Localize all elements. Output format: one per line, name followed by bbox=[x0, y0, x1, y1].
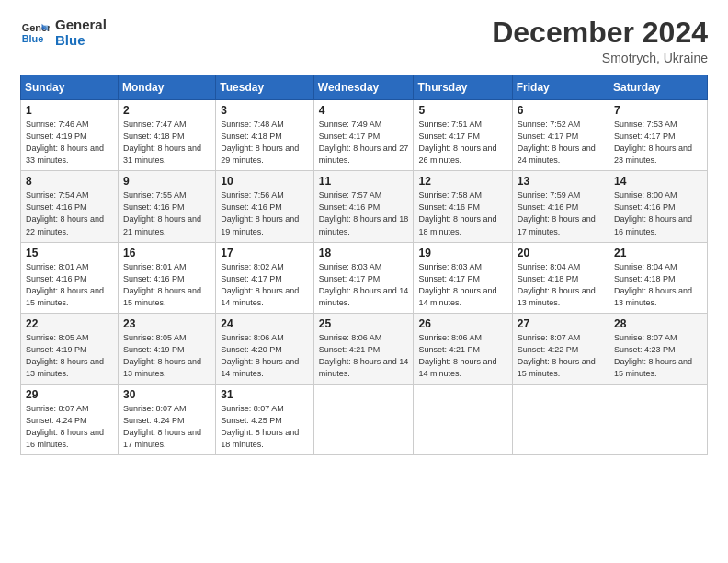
day-cell: 24Sunrise: 8:06 AMSunset: 4:20 PMDayligh… bbox=[216, 313, 314, 384]
day-cell: 4Sunrise: 7:49 AMSunset: 4:17 PMDaylight… bbox=[313, 100, 414, 171]
day-cell: 27Sunrise: 8:07 AMSunset: 4:22 PMDayligh… bbox=[512, 313, 609, 384]
week-row-5: 29Sunrise: 8:07 AMSunset: 4:24 PMDayligh… bbox=[21, 384, 708, 454]
day-cell: 16Sunrise: 8:01 AMSunset: 4:16 PMDayligh… bbox=[119, 242, 216, 313]
day-cell: 20Sunrise: 8:04 AMSunset: 4:18 PMDayligh… bbox=[512, 242, 609, 313]
col-header-sunday: Sunday bbox=[21, 75, 119, 100]
day-cell: 5Sunrise: 7:51 AMSunset: 4:17 PMDaylight… bbox=[414, 100, 512, 171]
week-row-1: 1Sunrise: 7:46 AMSunset: 4:19 PMDaylight… bbox=[21, 100, 708, 171]
day-number: 28 bbox=[614, 317, 702, 330]
day-cell: 19Sunrise: 8:03 AMSunset: 4:17 PMDayligh… bbox=[414, 242, 512, 313]
day-cell bbox=[313, 384, 414, 454]
day-info: Sunrise: 8:04 AMSunset: 4:18 PMDaylight:… bbox=[518, 261, 604, 309]
day-number: 29 bbox=[26, 388, 113, 401]
day-cell bbox=[414, 384, 512, 454]
week-row-2: 8Sunrise: 7:54 AMSunset: 4:16 PMDaylight… bbox=[21, 171, 708, 242]
day-number: 19 bbox=[418, 247, 506, 259]
day-info: Sunrise: 8:06 AMSunset: 4:20 PMDaylight:… bbox=[221, 332, 309, 380]
day-number: 27 bbox=[518, 317, 604, 330]
day-info: Sunrise: 7:51 AMSunset: 4:17 PMDaylight:… bbox=[418, 119, 506, 167]
logo-blue: Blue bbox=[55, 32, 107, 48]
calendar-table: SundayMondayTuesdayWednesdayThursdayFrid… bbox=[20, 75, 708, 455]
day-info: Sunrise: 8:07 AMSunset: 4:22 PMDaylight:… bbox=[518, 332, 604, 380]
header: General Blue General Blue December 2024 … bbox=[20, 17, 708, 65]
day-cell: 2Sunrise: 7:47 AMSunset: 4:18 PMDaylight… bbox=[119, 100, 216, 171]
day-info: Sunrise: 7:56 AMSunset: 4:16 PMDaylight:… bbox=[221, 190, 309, 237]
day-info: Sunrise: 8:07 AMSunset: 4:24 PMDaylight:… bbox=[123, 403, 210, 451]
day-info: Sunrise: 7:54 AMSunset: 4:16 PMDaylight:… bbox=[26, 190, 113, 237]
day-info: Sunrise: 7:55 AMSunset: 4:16 PMDaylight:… bbox=[123, 190, 210, 237]
day-number: 25 bbox=[319, 317, 409, 330]
col-header-wednesday: Wednesday bbox=[313, 75, 414, 100]
day-info: Sunrise: 8:04 AMSunset: 4:18 PMDaylight:… bbox=[614, 261, 702, 309]
day-number: 18 bbox=[319, 247, 409, 259]
day-info: Sunrise: 7:59 AMSunset: 4:16 PMDaylight:… bbox=[518, 190, 604, 237]
day-info: Sunrise: 8:07 AMSunset: 4:24 PMDaylight:… bbox=[26, 403, 113, 451]
day-number: 4 bbox=[319, 104, 409, 117]
day-cell: 8Sunrise: 7:54 AMSunset: 4:16 PMDaylight… bbox=[21, 171, 119, 242]
day-info: Sunrise: 7:47 AMSunset: 4:18 PMDaylight:… bbox=[123, 119, 210, 167]
day-info: Sunrise: 7:52 AMSunset: 4:17 PMDaylight:… bbox=[518, 119, 604, 167]
day-number: 12 bbox=[418, 175, 506, 188]
day-info: Sunrise: 7:57 AMSunset: 4:16 PMDaylight:… bbox=[319, 190, 409, 237]
day-info: Sunrise: 7:46 AMSunset: 4:19 PMDaylight:… bbox=[26, 119, 113, 167]
day-cell: 18Sunrise: 8:03 AMSunset: 4:17 PMDayligh… bbox=[313, 242, 414, 313]
day-cell: 9Sunrise: 7:55 AMSunset: 4:16 PMDaylight… bbox=[119, 171, 216, 242]
day-cell: 21Sunrise: 8:04 AMSunset: 4:18 PMDayligh… bbox=[609, 242, 708, 313]
day-info: Sunrise: 8:05 AMSunset: 4:19 PMDaylight:… bbox=[123, 332, 210, 380]
day-info: Sunrise: 8:05 AMSunset: 4:19 PMDaylight:… bbox=[26, 332, 113, 380]
day-info: Sunrise: 8:00 AMSunset: 4:16 PMDaylight:… bbox=[614, 190, 702, 237]
day-cell bbox=[512, 384, 609, 454]
day-number: 26 bbox=[418, 317, 506, 330]
day-cell: 30Sunrise: 8:07 AMSunset: 4:24 PMDayligh… bbox=[119, 384, 216, 454]
day-info: Sunrise: 8:06 AMSunset: 4:21 PMDaylight:… bbox=[319, 332, 409, 380]
day-cell: 10Sunrise: 7:56 AMSunset: 4:16 PMDayligh… bbox=[216, 171, 314, 242]
week-row-3: 15Sunrise: 8:01 AMSunset: 4:16 PMDayligh… bbox=[21, 242, 708, 313]
day-number: 30 bbox=[123, 388, 210, 401]
page: General Blue General Blue December 2024 … bbox=[0, 0, 728, 563]
logo-icon: General Blue bbox=[20, 17, 50, 47]
day-info: Sunrise: 8:03 AMSunset: 4:17 PMDaylight:… bbox=[319, 261, 409, 309]
day-info: Sunrise: 8:03 AMSunset: 4:17 PMDaylight:… bbox=[418, 261, 506, 309]
day-number: 17 bbox=[221, 247, 309, 259]
day-info: Sunrise: 8:07 AMSunset: 4:23 PMDaylight:… bbox=[614, 332, 702, 380]
day-number: 1 bbox=[26, 104, 113, 117]
day-number: 8 bbox=[26, 175, 113, 188]
day-cell: 25Sunrise: 8:06 AMSunset: 4:21 PMDayligh… bbox=[313, 313, 414, 384]
day-cell: 11Sunrise: 7:57 AMSunset: 4:16 PMDayligh… bbox=[313, 171, 414, 242]
day-cell: 3Sunrise: 7:48 AMSunset: 4:18 PMDaylight… bbox=[216, 100, 314, 171]
day-cell: 6Sunrise: 7:52 AMSunset: 4:17 PMDaylight… bbox=[512, 100, 609, 171]
svg-text:Blue: Blue bbox=[22, 33, 44, 44]
day-cell: 14Sunrise: 8:00 AMSunset: 4:16 PMDayligh… bbox=[609, 171, 708, 242]
day-cell: 17Sunrise: 8:02 AMSunset: 4:17 PMDayligh… bbox=[216, 242, 314, 313]
day-number: 3 bbox=[221, 104, 309, 117]
month-title: December 2024 bbox=[492, 17, 708, 49]
day-cell: 12Sunrise: 7:58 AMSunset: 4:16 PMDayligh… bbox=[414, 171, 512, 242]
day-info: Sunrise: 8:01 AMSunset: 4:16 PMDaylight:… bbox=[26, 261, 113, 309]
day-number: 15 bbox=[26, 247, 113, 259]
title-area: December 2024 Smotrych, Ukraine bbox=[492, 17, 708, 65]
day-info: Sunrise: 8:07 AMSunset: 4:25 PMDaylight:… bbox=[221, 403, 309, 451]
col-header-friday: Friday bbox=[512, 75, 609, 100]
day-info: Sunrise: 7:48 AMSunset: 4:18 PMDaylight:… bbox=[221, 119, 309, 167]
logo: General Blue General Blue bbox=[20, 17, 107, 49]
col-header-saturday: Saturday bbox=[609, 75, 708, 100]
day-info: Sunrise: 7:53 AMSunset: 4:17 PMDaylight:… bbox=[614, 119, 702, 167]
day-number: 6 bbox=[518, 104, 604, 117]
day-number: 16 bbox=[123, 247, 210, 259]
day-of-week-row: SundayMondayTuesdayWednesdayThursdayFrid… bbox=[21, 75, 708, 100]
day-cell: 22Sunrise: 8:05 AMSunset: 4:19 PMDayligh… bbox=[21, 313, 119, 384]
day-cell: 28Sunrise: 8:07 AMSunset: 4:23 PMDayligh… bbox=[609, 313, 708, 384]
day-info: Sunrise: 7:49 AMSunset: 4:17 PMDaylight:… bbox=[319, 119, 409, 167]
col-header-thursday: Thursday bbox=[414, 75, 512, 100]
subtitle: Smotrych, Ukraine bbox=[492, 51, 708, 65]
day-number: 21 bbox=[614, 247, 702, 259]
day-info: Sunrise: 8:01 AMSunset: 4:16 PMDaylight:… bbox=[123, 261, 210, 309]
day-info: Sunrise: 7:58 AMSunset: 4:16 PMDaylight:… bbox=[418, 190, 506, 237]
logo-general: General bbox=[55, 17, 107, 32]
day-info: Sunrise: 8:06 AMSunset: 4:21 PMDaylight:… bbox=[418, 332, 506, 380]
day-number: 13 bbox=[518, 175, 604, 188]
day-number: 31 bbox=[221, 388, 309, 401]
col-header-monday: Monday bbox=[119, 75, 216, 100]
day-number: 5 bbox=[418, 104, 506, 117]
day-number: 2 bbox=[123, 104, 210, 117]
